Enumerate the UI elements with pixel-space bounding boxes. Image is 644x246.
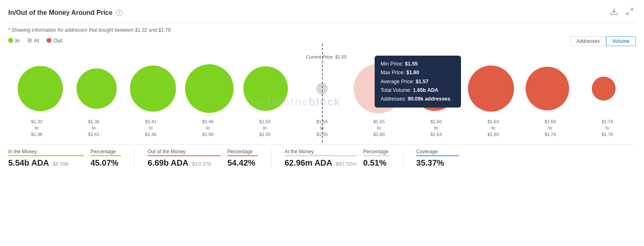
volume-button[interactable]: Volume: [606, 36, 636, 46]
bubble-8: [468, 66, 514, 112]
stat-in-pct: 45.07%: [90, 158, 121, 168]
stat-coverage-value: 35.37%: [416, 158, 459, 168]
bubble-col-1: [69, 68, 125, 109]
bubble-col-9: [519, 67, 575, 110]
legend: In At Out: [8, 37, 62, 44]
stat-in-pct-section: Percentage 45.07%: [90, 149, 127, 168]
bubble-4: [243, 66, 288, 111]
stats-bar: In the Money 5.54b ADA $8.59b Percentage…: [8, 144, 636, 168]
bubble-col-10: [575, 77, 632, 101]
legend-in: In: [8, 37, 20, 44]
stat-at-pct-underline: [363, 155, 389, 156]
divider-1: [134, 149, 134, 168]
stat-out-sub: $10.37b: [192, 161, 211, 167]
x-label-10: $1.74to$1.78: [579, 119, 636, 138]
stat-at-underline: [285, 155, 357, 156]
bubble-col-7: [406, 66, 463, 111]
bubble-7: [412, 66, 457, 111]
legend-at: At: [27, 37, 39, 44]
download-icon[interactable]: [608, 7, 620, 19]
stat-coverage: Coverage 35.37%: [410, 149, 459, 168]
svg-line-2: [627, 12, 629, 15]
divider-2: [271, 149, 271, 168]
stat-in-value: 5.54b ADA: [8, 158, 49, 167]
subtitle: * Showing information for addresses that…: [8, 27, 636, 33]
stat-coverage-underline: [416, 155, 459, 156]
chart-area: Current Price: $1.55 ◇ intotheblock: [8, 52, 636, 143]
header: In/Out of the Money Around Price ?: [8, 7, 636, 23]
stat-at-the-money: At the Money 62.96m ADA $97.52m: [278, 149, 363, 168]
bubble-col-6: Min Price: $1.55 Max Price: $1.60 Averag…: [350, 64, 406, 113]
stat-in-underline: [8, 155, 84, 156]
stat-at-values: 62.96m ADA $97.52m: [285, 158, 357, 168]
legend-dot-out: [46, 38, 51, 43]
stat-in-the-money: In the Money 5.54b ADA $8.59b: [8, 149, 90, 168]
legend-dot-at: [27, 38, 32, 43]
bubble-col-2: [125, 66, 181, 112]
x-label-8: $1.64to$1.69: [465, 119, 522, 138]
x-label-0: $1.32to$1.36: [8, 119, 65, 138]
bubble-6: [354, 64, 403, 113]
stat-at-value: 62.96m ADA: [285, 158, 332, 167]
header-left: In/Out of the Money Around Price ?: [8, 9, 123, 16]
bubble-1: [76, 68, 117, 109]
divider-3: [403, 149, 403, 168]
expand-icon[interactable]: [623, 7, 636, 19]
stat-in-pct-underline: [90, 155, 121, 156]
stat-in-label: In the Money: [8, 149, 84, 155]
stat-out-value: 6.69b ADA: [148, 158, 188, 167]
bubble-col-8: [463, 66, 519, 112]
stat-at-label: At the Money: [285, 149, 357, 155]
svg-line-1: [630, 9, 633, 11]
current-price-label: Current Price: $1.55: [306, 53, 346, 60]
stat-out-label: Out of the Money: [148, 149, 221, 155]
bubble-col-4: [238, 66, 294, 111]
x-label-9: $1.69to$1.74: [522, 119, 579, 138]
stat-out-underline: [148, 155, 221, 156]
stat-in-sub: $8.59b: [53, 161, 69, 167]
stat-pct-label-in: Percentage: [90, 149, 121, 155]
bubble-3: [185, 64, 234, 113]
bubble-col-0: [12, 66, 69, 111]
stat-at-pct: 0.51%: [363, 158, 389, 168]
stat-out-pct-section: Percentage 54.42%: [227, 149, 264, 168]
help-icon[interactable]: ?: [116, 9, 123, 16]
bubble-0: [18, 66, 63, 111]
legend-dot-in: [8, 38, 13, 43]
stat-pct-label-out: Percentage: [227, 149, 258, 155]
stat-at-sub: $97.52m: [336, 161, 357, 167]
x-label-7: $1.60to$1.64: [408, 119, 465, 138]
bubble-9: [526, 67, 569, 110]
header-right: [608, 7, 636, 19]
stat-at-pct-section: Percentage 0.51%: [363, 149, 396, 168]
x-label-4: $1.50to$1.55: [236, 119, 294, 138]
main-container: In/Out of the Money Around Price ? * Sho…: [0, 0, 644, 246]
legend-label-at: At: [34, 37, 39, 44]
stat-in-values: 5.54b ADA $8.59b: [8, 158, 84, 168]
x-label-2: $1.41to$1.46: [122, 119, 179, 138]
stat-out-values: 6.69b ADA $10.37b: [148, 158, 221, 168]
addresses-button[interactable]: Addresses: [570, 36, 606, 46]
bubbles-row: Min Price: $1.55 Max Price: $1.60 Averag…: [8, 52, 636, 118]
stat-coverage-label: Coverage: [416, 149, 459, 155]
x-label-1: $1.36to$1.41: [65, 119, 123, 138]
stat-pct-label-at: Percentage: [363, 149, 389, 155]
bubble-2: [130, 66, 176, 112]
stat-out-pct: 54.42%: [227, 158, 258, 168]
legend-label-in: In: [15, 37, 20, 44]
stat-out-of-money: Out of the Money 6.69b ADA $10.37b: [141, 149, 227, 168]
bubble-10: [592, 77, 616, 101]
bubble-col-3: [181, 64, 238, 113]
x-label-3: $1.46to$1.50: [179, 119, 236, 138]
legend-label-out: Out: [53, 37, 62, 44]
page-title: In/Out of the Money Around Price: [8, 9, 113, 16]
x-label-6: $1.55to$1.60: [350, 119, 408, 138]
stat-out-pct-underline: [227, 155, 258, 156]
chart-controls: Addresses Volume: [570, 36, 636, 46]
legend-out: Out: [46, 37, 62, 44]
